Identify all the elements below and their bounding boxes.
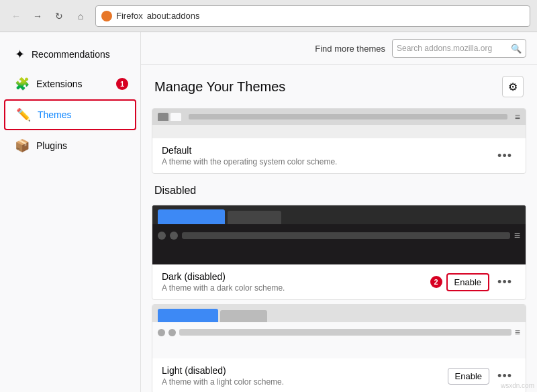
recommendations-icon: ✦ — [15, 47, 25, 62]
back-button[interactable]: ← — [7, 7, 26, 26]
themes-icon: ✏️ — [16, 107, 31, 122]
page-title-bar: Manage Your Themes ⚙ — [141, 65, 537, 104]
dark-inactive-tab — [228, 211, 281, 224]
light-theme-text: Light (disabled) A theme with a light co… — [162, 365, 284, 387]
dark-theme-name: Dark (disabled) — [162, 271, 285, 282]
dark-dot-2 — [170, 232, 178, 240]
page-title: Manage Your Themes — [154, 79, 285, 95]
sidebar-item-label-recommendations: Recommendations — [32, 49, 110, 60]
address-bar[interactable]: Firefox about:addons — [95, 5, 530, 27]
dark-enable-button[interactable]: Enable — [446, 273, 489, 291]
dark-theme-actions: 2 Enable ••• — [430, 273, 516, 291]
light-urlbar — [179, 329, 511, 336]
disabled-section-label: Disabled — [141, 178, 537, 201]
sidebar-item-recommendations[interactable]: ✦ Recommendations — [4, 40, 136, 68]
light-dot-1 — [158, 329, 165, 336]
light-inactive-tab — [220, 310, 267, 322]
default-theme-text: Default A theme with the operating syste… — [162, 145, 337, 166]
light-theme-desc: A theme with a light color scheme. — [162, 377, 284, 387]
dark-active-tab — [158, 209, 225, 224]
browser-chrome: ← → ↻ ⌂ Firefox about:addons — [0, 0, 537, 32]
search-bar[interactable]: Search addons.mozilla.org 🔍 — [392, 39, 526, 58]
dark-theme-preview: ≡ — [152, 205, 526, 264]
search-placeholder: Search addons.mozilla.org — [397, 44, 508, 53]
dark-tab-row — [152, 205, 526, 224]
firefox-logo-icon — [101, 11, 112, 21]
extensions-icon: 🧩 — [15, 77, 30, 91]
default-theme-card: ≡ Default A theme with the operating sys… — [152, 108, 526, 174]
dark-theme-desc: A theme with a dark color scheme. — [162, 283, 285, 293]
light-urlbar-row: ≡ — [152, 322, 526, 342]
extensions-badge: 1 — [116, 78, 128, 90]
dark-theme-text: Dark (disabled) A theme with a dark colo… — [162, 271, 285, 293]
default-theme-desc: A theme with the operating system color … — [162, 157, 337, 166]
light-enable-button[interactable]: Enable — [448, 368, 489, 385]
gear-button[interactable]: ⚙ — [502, 76, 524, 97]
dark-more-button[interactable]: ••• — [493, 274, 516, 291]
light-dot-2 — [168, 329, 176, 336]
default-theme-info: Default A theme with the operating syste… — [152, 138, 526, 173]
sidebar: ✦ Recommendations 🧩 Extensions 1 ✏️ Them… — [0, 32, 141, 392]
sidebar-item-label-extensions: Extensions — [36, 79, 82, 89]
default-urlbar — [189, 114, 507, 119]
find-more-label: Find more themes — [315, 44, 385, 54]
default-theme-name: Default — [162, 145, 337, 156]
fake-tab-2 — [170, 113, 181, 121]
light-theme-card: ≡ Light (disabled) A theme with a light … — [152, 304, 526, 392]
dark-theme-badge: 2 — [430, 276, 442, 288]
browser-label: Firefox — [116, 11, 143, 21]
dark-dot-1 — [158, 232, 166, 240]
forward-button[interactable]: → — [28, 7, 47, 26]
default-tab-row: ≡ — [152, 109, 526, 125]
default-menu-icon: ≡ — [515, 111, 520, 122]
watermark: wsxdn.com — [501, 382, 534, 389]
fake-tab-1 — [158, 113, 168, 121]
dark-urlbar — [182, 232, 510, 239]
sidebar-item-plugins[interactable]: 📦 Plugins — [4, 132, 136, 160]
dark-theme-card: ≡ Dark (disabled) A theme with a dark co… — [152, 205, 526, 300]
light-theme-info: Light (disabled) A theme with a light co… — [152, 358, 526, 392]
light-tab-row — [152, 305, 526, 322]
address-url: about:addons — [147, 11, 200, 21]
sidebar-item-extensions[interactable]: 🧩 Extensions 1 — [4, 70, 136, 98]
light-menu-icon: ≡ — [515, 327, 520, 338]
light-active-tab — [158, 309, 218, 322]
content-area: Find more themes Search addons.mozilla.o… — [141, 32, 537, 392]
reload-button[interactable]: ↻ — [50, 7, 68, 26]
dark-menu-icon: ≡ — [514, 230, 520, 242]
sidebar-item-themes[interactable]: ✏️ Themes — [4, 99, 136, 130]
search-icon: 🔍 — [511, 44, 522, 54]
light-theme-name: Light (disabled) — [162, 365, 284, 376]
plugins-icon: 📦 — [15, 138, 30, 153]
main-container: ✦ Recommendations 🧩 Extensions 1 ✏️ Them… — [0, 32, 537, 392]
home-button[interactable]: ⌂ — [71, 7, 90, 26]
light-theme-preview: ≡ — [152, 305, 526, 358]
dark-theme-info: Dark (disabled) A theme with a dark colo… — [152, 264, 526, 299]
nav-buttons: ← → ↻ ⌂ — [7, 7, 90, 26]
dark-urlbar-row: ≡ — [152, 224, 526, 247]
default-theme-preview: ≡ — [152, 109, 526, 138]
default-more-button[interactable]: ••• — [493, 148, 516, 164]
sidebar-item-label-plugins: Plugins — [36, 140, 67, 151]
sidebar-item-label-themes: Themes — [38, 109, 72, 120]
content-header: Find more themes Search addons.mozilla.o… — [141, 32, 537, 65]
